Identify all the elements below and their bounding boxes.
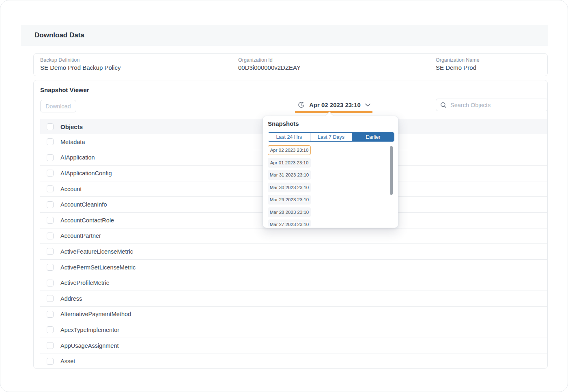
object-name: AccountCleanInfo [60,201,107,208]
snapshot-date-picker[interactable]: Apr 02 2023 23:10 [295,99,372,113]
row-checkbox[interactable] [47,217,54,224]
snapshot-list-item[interactable]: Apr 02 2023 23:10 [268,145,311,155]
row-checkbox[interactable] [47,185,54,192]
range-tab[interactable]: Last 24 Hrs [268,133,310,141]
row-checkbox[interactable] [47,326,54,333]
row-checkbox[interactable] [47,248,54,255]
table-row: ApexTypeImplementor [40,322,547,338]
snapshot-list-item[interactable]: Mar 27 2023 23:10 [268,220,311,226]
chevron-down-icon [365,103,370,107]
info-field-label: Backup Definition [40,57,120,63]
info-field-value: 00D3i000000v2DZEAY [238,64,301,71]
table-row: ActiveFeatureLicenseMetric [40,244,547,260]
table-row: ActivePermSetLicenseMetric [40,260,547,276]
object-name: Metadata [60,139,85,145]
info-field-label: Organization Name [436,57,480,63]
snapshot-list-item[interactable]: Mar 29 2023 23:10 [268,195,311,205]
object-name: Address [60,295,82,302]
object-name: AIApplication [60,154,95,161]
snapshot-list: Apr 02 2023 23:10Apr 01 2023 23:10Mar 31… [268,145,389,226]
info-field-label: Organization Id [238,57,301,63]
object-name: AlternativePaymentMethod [60,311,131,317]
range-tab[interactable]: Earlier [352,133,394,141]
row-checkbox[interactable] [47,342,54,349]
object-name: ActiveFeatureLicenseMetric [60,248,133,255]
object-name: AIApplicationConfig [60,170,112,177]
snapshots-popup: Snapshots Last 24 HrsLast 7 DaysEarlier … [262,116,398,228]
row-checkbox[interactable] [47,233,54,239]
table-header-label: Objects [60,123,83,130]
app-window: Download Data Backup Definition SE Demo … [0,0,568,392]
row-checkbox[interactable] [47,138,54,145]
row-checkbox[interactable] [47,201,54,208]
snapshot-range-tabs: Last 24 HrsLast 7 DaysEarlier [268,132,394,142]
info-field-value: SE Demo Prod [436,64,480,71]
popup-scrollbar-thumb[interactable] [390,146,393,195]
selected-snapshot-label: Apr 02 2023 23:10 [309,101,361,108]
backup-info-card: Backup Definition SE Demo Prod Backup Po… [33,53,548,76]
table-row: Address [40,291,547,307]
page-title: Download Data [34,31,84,39]
info-field-value: SE Demo Prod Backup Policy [40,64,120,71]
popup-caret [325,112,333,120]
row-checkbox[interactable] [47,311,54,318]
row-checkbox[interactable] [47,280,54,286]
table-row: ActiveProfileMetric [40,275,547,291]
info-field: Organization Name SE Demo Prod [436,57,480,71]
object-name: ActivePermSetLicenseMetric [60,264,136,271]
info-field: Backup Definition SE Demo Prod Backup Po… [40,57,120,71]
range-tab[interactable]: Last 7 Days [310,133,352,141]
row-checkbox[interactable] [47,358,54,365]
row-checkbox[interactable] [47,170,54,177]
page-header: Download Data [21,25,548,46]
table-row: AlternativePaymentMethod [40,307,547,323]
snapshot-list-item[interactable]: Apr 01 2023 23:10 [268,158,311,168]
object-name: AccountPartner [60,233,101,239]
object-name: Asset [60,358,75,364]
section-title: Snapshot Viewer [40,86,89,93]
search-icon [440,102,447,108]
object-name: Account [60,186,82,192]
table-row: AppUsageAssignment [40,338,547,354]
popup-title: Snapshots [268,120,299,127]
table-row: AccountPartner [40,228,547,244]
snapshot-list-item[interactable]: Mar 31 2023 23:10 [268,170,311,180]
object-name: ApexTypeImplementor [60,327,119,333]
clock-history-icon [298,101,305,108]
snapshot-viewer-card: Snapshot Viewer Download Apr 02 2023 23:… [33,80,548,369]
row-checkbox[interactable] [47,295,54,302]
table-row: Asset [40,353,547,369]
search-input[interactable] [450,102,544,108]
date-picker-active-underline [295,111,372,113]
search-box [436,99,548,111]
object-name: AppUsageAssignment [60,342,118,349]
download-button[interactable]: Download [40,100,76,112]
row-checkbox[interactable] [47,154,54,161]
row-checkbox[interactable] [47,264,54,271]
info-field: Organization Id 00D3i000000v2DZEAY [238,57,301,71]
select-all-checkbox[interactable] [47,123,54,130]
object-name: AccountContactRole [60,217,114,224]
object-name: ActiveProfileMetric [60,280,109,286]
snapshot-list-item[interactable]: Mar 30 2023 23:10 [268,183,311,192]
snapshot-list-item[interactable]: Mar 28 2023 23:10 [268,207,311,217]
